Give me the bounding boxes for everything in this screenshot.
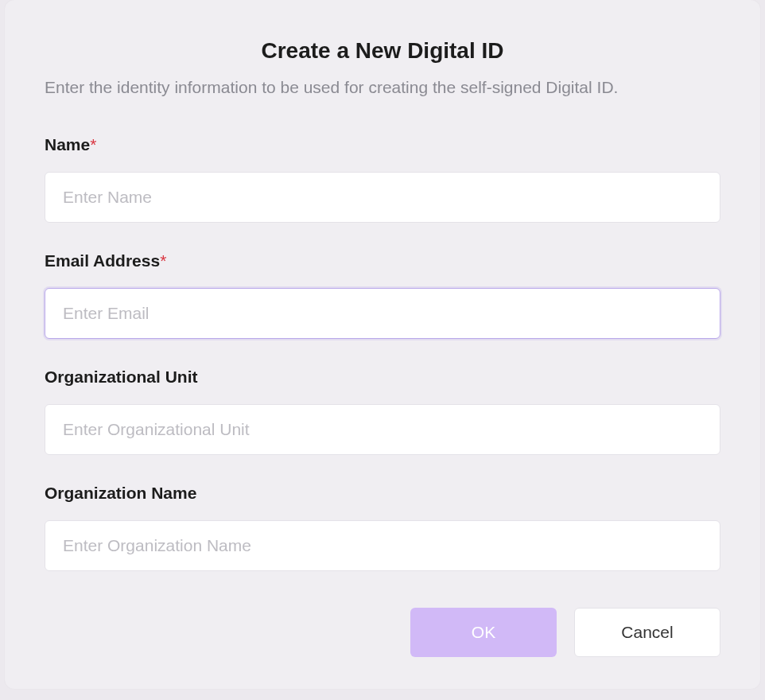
email-field-group: Email Address*: [45, 251, 720, 339]
email-required-marker: *: [160, 251, 166, 270]
name-label: Name*: [45, 135, 720, 154]
ok-button[interactable]: OK: [410, 608, 557, 657]
dialog-subtitle: Enter the identity information to be use…: [45, 78, 720, 97]
org-name-label-text: Organization Name: [45, 484, 196, 502]
cancel-button[interactable]: Cancel: [574, 608, 720, 657]
dialog-title: Create a New Digital ID: [45, 38, 720, 64]
email-label: Email Address*: [45, 251, 720, 270]
name-label-text: Name: [45, 135, 90, 154]
org-unit-label: Organizational Unit: [45, 368, 720, 387]
name-field-group: Name*: [45, 135, 720, 223]
create-digital-id-dialog: Create a New Digital ID Enter the identi…: [5, 0, 760, 689]
dialog-button-row: OK Cancel: [410, 608, 720, 657]
org-unit-label-text: Organizational Unit: [45, 368, 198, 386]
org-name-input[interactable]: [45, 520, 720, 571]
email-input[interactable]: [45, 288, 720, 339]
name-required-marker: *: [90, 135, 96, 154]
org-name-label: Organization Name: [45, 484, 720, 503]
org-unit-input[interactable]: [45, 404, 720, 455]
org-unit-field-group: Organizational Unit: [45, 368, 720, 455]
org-name-field-group: Organization Name: [45, 484, 720, 571]
email-label-text: Email Address: [45, 251, 160, 270]
name-input[interactable]: [45, 172, 720, 223]
